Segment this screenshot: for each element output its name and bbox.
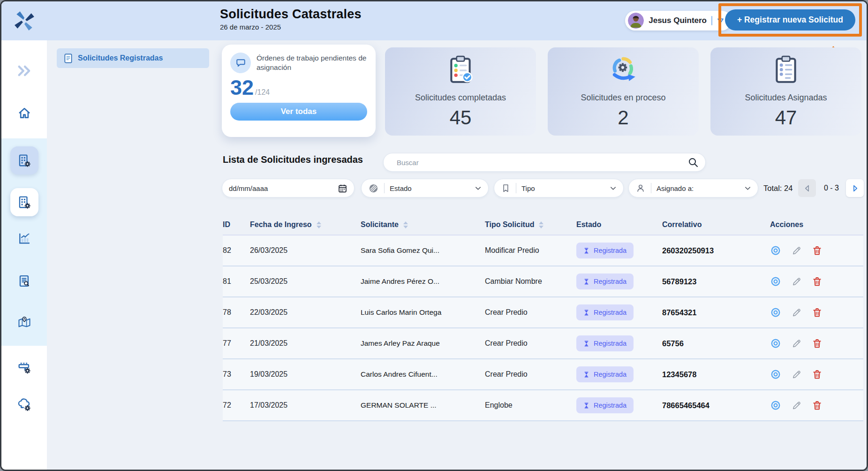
tipo-filter-select[interactable]: Tipo: [494, 179, 624, 198]
table-header-row: ID Fecha de Ingreso Solicitante Tipo Sol…: [223, 215, 863, 236]
cell-id: 82: [223, 246, 250, 255]
view-icon: [770, 276, 781, 287]
cell-fecha-ingreso: 21/03/2025: [250, 339, 361, 348]
sidebar-item-cloud-settings[interactable]: [17, 397, 31, 411]
stat-card: Solicitudes Asignadas 47: [710, 47, 861, 136]
edit-button[interactable]: [791, 338, 802, 349]
sidebar-item-map-pin[interactable]: [17, 316, 31, 329]
total-count-label: Total: 24: [763, 179, 793, 198]
cell-solicitante: Sara Sofia Gomez Qui...: [361, 246, 485, 255]
column-header: Acciones: [770, 220, 840, 229]
divider: [651, 183, 651, 193]
delete-button[interactable]: [812, 307, 823, 318]
table-row: 73 19/03/2025 Carlos Andres Cifuent... C…: [223, 359, 863, 390]
cell-acciones: [770, 276, 840, 287]
delete-button[interactable]: [812, 338, 823, 349]
cell-tipo-solicitud: Crear Predio: [485, 308, 576, 317]
sort-icon[interactable]: [539, 221, 543, 228]
edit-button[interactable]: [791, 369, 802, 380]
cell-fecha-ingreso: 19/03/2025: [250, 370, 361, 379]
sort-icon[interactable]: [403, 221, 408, 228]
stat-card-value: 2: [618, 106, 628, 129]
status-badge: Registrada: [576, 304, 634, 320]
calendar-icon[interactable]: [338, 183, 347, 193]
next-page-button[interactable]: [846, 179, 864, 197]
cell-tipo-solicitud: Modificar Predio: [485, 246, 576, 255]
cell-correlativo: 65756: [662, 339, 770, 348]
column-header: Solicitante: [361, 220, 485, 229]
sidebar-item-solicitudes-registradas[interactable]: Solicitudes Registradas: [57, 48, 209, 68]
view-button[interactable]: [770, 245, 781, 256]
clipboard-check-icon: [445, 54, 476, 87]
chat-bubble-icon: [230, 53, 251, 73]
estado-filter-select[interactable]: Estado: [361, 179, 489, 198]
column-header: Correlativo: [662, 220, 770, 229]
pending-work-orders-card: Órdenes de trabajo pendientes de asignac…: [222, 45, 376, 137]
chevron-down-icon: [744, 185, 751, 192]
prev-page-icon: [803, 184, 811, 192]
sidebar-item-equipment-settings[interactable]: [17, 360, 31, 374]
delete-button[interactable]: [812, 400, 823, 411]
view-icon: [770, 307, 781, 318]
asignado-filter-select[interactable]: Asignado a:: [628, 179, 758, 198]
cloud-settings-icon: [17, 397, 31, 411]
sidebar-item-chart-trend[interactable]: [17, 232, 31, 245]
date-filter-input[interactable]: dd/mm/aaaa: [222, 179, 355, 198]
delete-icon: [812, 245, 823, 256]
edit-icon: [791, 245, 802, 256]
search-input[interactable]: [396, 158, 687, 167]
status-badge: Registrada: [576, 366, 634, 382]
edit-button[interactable]: [791, 307, 802, 318]
cell-estado: Registrada: [576, 366, 662, 382]
delete-button[interactable]: [812, 369, 823, 380]
view-icon: [770, 369, 781, 380]
stat-card-label: Solicitudes en proceso: [581, 93, 665, 103]
register-new-request-button[interactable]: + Registrar nueva Solicitud: [725, 9, 855, 30]
column-header: Fecha de Ingreso: [250, 220, 361, 229]
edit-button[interactable]: [791, 245, 802, 256]
edit-button[interactable]: [791, 400, 802, 411]
pending-count: 32: [230, 77, 254, 98]
delete-icon: [812, 307, 823, 318]
search-icon[interactable]: [687, 157, 699, 168]
view-button[interactable]: [770, 400, 781, 411]
edit-button[interactable]: [791, 276, 802, 287]
view-all-button[interactable]: Ver todas: [230, 103, 367, 121]
sidebar-item-expand-chevrons[interactable]: [17, 65, 32, 77]
hourglass-icon: [583, 278, 589, 285]
table-row: 72 17/03/2025 GERMAN SOLARTE ... Englobe…: [223, 390, 863, 421]
cell-id: 78: [223, 308, 250, 317]
cell-solicitante: Carlos Andres Cifuent...: [361, 370, 485, 379]
cell-fecha-ingreso: 26/03/2025: [250, 246, 361, 255]
sidebar-item-home[interactable]: [17, 106, 31, 120]
previous-page-button[interactable]: [798, 179, 816, 197]
cell-solicitante: James Arley Paz Araque: [361, 339, 485, 348]
table-row: 81 25/03/2025 Jaime Andres Pérez O... Ca…: [223, 266, 863, 297]
cell-tipo-solicitud: Crear Predio: [485, 370, 576, 379]
view-button[interactable]: [770, 369, 781, 380]
chevron-down-icon: [475, 185, 482, 192]
gauge-icon: [368, 183, 379, 194]
cell-correlativo: 56789123: [662, 277, 770, 286]
delete-button[interactable]: [812, 276, 823, 287]
page-title: Solicitudes Catastrales: [220, 7, 362, 22]
page-range-label: 0 - 3: [818, 179, 845, 198]
sidebar-item-document-search[interactable]: [17, 274, 31, 288]
view-button[interactable]: [770, 338, 781, 349]
pending-card-title: Órdenes de trabajo pendientes de asignac…: [257, 53, 367, 73]
edit-icon: [791, 276, 802, 287]
cell-fecha-ingreso: 22/03/2025: [250, 308, 361, 317]
sidebar-item-building-settings[interactable]: [10, 146, 38, 175]
sort-icon[interactable]: [317, 221, 321, 228]
delete-button[interactable]: [812, 245, 823, 256]
equipment-settings-icon: [17, 360, 31, 374]
cell-fecha-ingreso: 17/03/2025: [250, 401, 361, 410]
list-section-title: Lista de Solicitudes ingresadas: [223, 154, 363, 165]
edit-icon: [791, 369, 802, 380]
view-button[interactable]: [770, 276, 781, 287]
view-button[interactable]: [770, 307, 781, 318]
sidebar-item-building-settings[interactable]: [10, 188, 38, 216]
home-icon: [17, 106, 31, 120]
user-menu[interactable]: Jesus Quintero: [625, 11, 732, 30]
estado-filter-label: Estado: [390, 184, 412, 192]
